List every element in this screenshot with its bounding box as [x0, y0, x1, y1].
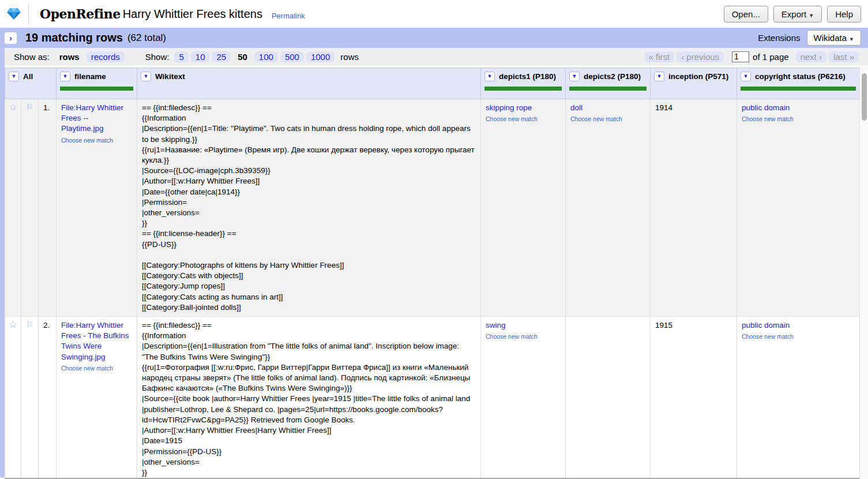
choose-new-match-link[interactable]: Choose new match [742, 333, 855, 340]
diamond-logo-icon [6, 7, 22, 21]
summary-bar: › 19 matching rows (62 total) Extensions… [0, 28, 868, 48]
copyright-status-value-link[interactable]: public domain [742, 103, 790, 112]
flag-cell: ⚐ [21, 317, 39, 479]
depicts2-value-link[interactable]: doll [570, 103, 583, 112]
column-header-copyright-status: ▼ copyright status (P6216) [737, 68, 860, 99]
reconciliation-progress-bar [741, 87, 856, 91]
page-number-input[interactable] [732, 51, 749, 62]
dropdown-arrow-icon: ▼ [63, 74, 68, 79]
all-column-menu-button[interactable]: ▼ [9, 72, 19, 81]
reconciliation-progress-bar [569, 87, 647, 91]
dropdown-arrow-icon: ▼ [487, 74, 493, 79]
flag-icon[interactable]: ⚐ [26, 320, 33, 330]
inception-cell: 1915 [651, 317, 737, 479]
filename-link[interactable]: File:Harry Whittier Frees -- Playtime.jp… [61, 103, 123, 133]
flag-icon[interactable]: ⚐ [26, 102, 33, 112]
help-button[interactable]: Help [827, 6, 861, 23]
wikidata-caret-icon: ▼ [849, 36, 854, 42]
next-page-button[interactable]: next › [796, 51, 827, 62]
row-index-cell: 1. [39, 99, 57, 317]
last-page-button[interactable]: last » [829, 51, 859, 62]
choose-new-match-link[interactable]: Choose new match [486, 115, 561, 123]
choose-new-match-link[interactable]: Choose new match [570, 115, 645, 123]
flag-cell: ⚐ [21, 99, 39, 317]
extensions-label: Extensions [758, 33, 800, 43]
permalink-link[interactable]: Permalink [272, 12, 305, 20]
star-icon[interactable]: ☆ [9, 319, 17, 330]
star-cell: ☆ [5, 317, 21, 479]
copyright-status-value-link[interactable]: public domain [742, 321, 790, 330]
choose-new-match-link[interactable]: Choose new match [742, 115, 855, 123]
reconciliation-progress-bar [60, 87, 133, 91]
open-button[interactable]: Open... [724, 6, 768, 23]
previous-page-button[interactable]: ‹ previous [677, 51, 724, 62]
depicts1-value-link[interactable]: skipping rope [486, 103, 532, 112]
wikitext-column-menu-button[interactable]: ▼ [141, 72, 151, 81]
collapse-chevron-icon: › [9, 33, 12, 43]
show-as-rows-toggle[interactable]: rows [55, 51, 84, 62]
show-as-label: Show as: [14, 52, 50, 62]
inception-column-menu-button[interactable]: ▼ [654, 72, 664, 81]
copyright-status-cell: public domain Choose new match [737, 99, 860, 317]
wikidata-extension-button[interactable]: Wikidata▼ [807, 30, 861, 46]
show-as-records-toggle[interactable]: records [87, 51, 125, 62]
rows-suffix-label: rows [340, 52, 359, 62]
dropdown-arrow-icon: ▼ [144, 74, 149, 79]
table-row: ☆ ⚐ 1. File:Harry Whittier Frees -- Play… [5, 99, 860, 317]
inception-cell: 1914 [651, 99, 737, 317]
depicts2-cell: doll Choose new match [566, 99, 651, 317]
filename-cell: File:Harry Whittier Frees - The Bufkins … [57, 317, 137, 479]
app-logo[interactable]: OpenRefine [6, 3, 121, 24]
wikitext-value: == {{int:filedesc}} == {{Information |De… [142, 103, 476, 313]
dropdown-arrow-icon: ▼ [572, 74, 577, 79]
depicts1-cell: skipping rope Choose new match [481, 99, 566, 317]
data-table: ▼ All ▼ filename ▼ [5, 68, 859, 479]
dropdown-arrow-icon: ▼ [743, 74, 749, 79]
wikitext-value: == {{int:filedesc}} == {{Information |De… [142, 320, 476, 478]
vertical-scrollbar[interactable] [859, 65, 868, 479]
project-title: Harry Whittier Frees kittens [123, 8, 262, 21]
page-size-500[interactable]: 500 [280, 51, 304, 62]
show-label: Show: [145, 52, 170, 62]
column-header-all: ▼ All [5, 68, 57, 99]
page-size-5[interactable]: 5 [174, 51, 188, 62]
dropdown-arrow-icon: ▼ [12, 74, 17, 79]
page-size-50[interactable]: 50 [233, 51, 252, 62]
depicts2-column-menu-button[interactable]: ▼ [569, 72, 580, 81]
top-bar: OpenRefine Harry Whittier Frees kittens … [0, 0, 868, 28]
page-size-10[interactable]: 10 [191, 51, 210, 62]
copyright-status-column-menu-button[interactable]: ▼ [741, 72, 751, 81]
depicts1-value-link[interactable]: swing [486, 321, 506, 330]
filename-column-menu-button[interactable]: ▼ [60, 72, 70, 81]
page-size-25[interactable]: 25 [212, 51, 231, 62]
column-header-depicts1: ▼ depicts1 (P180) [481, 68, 566, 99]
choose-new-match-link[interactable]: Choose new match [486, 333, 561, 340]
copyright-status-cell: public domain Choose new match [737, 317, 860, 479]
inception-value: 1914 [655, 103, 672, 112]
table-row: ☆ ⚐ 2. File:Harry Whittier Frees - The B… [5, 317, 860, 479]
row-index-cell: 2. [39, 317, 57, 479]
choose-new-match-link[interactable]: Choose new match [61, 365, 132, 372]
page-size-100[interactable]: 100 [254, 51, 278, 62]
filename-link[interactable]: File:Harry Whittier Frees - The Bufkins … [61, 321, 129, 361]
column-header-depicts2: ▼ depicts2 (P180) [566, 68, 651, 99]
star-cell: ☆ [5, 99, 21, 317]
depicts1-cell: swing Choose new match [481, 317, 566, 479]
column-header-wikitext: ▼ Wikitext [137, 68, 481, 99]
logo-divider [28, 3, 29, 24]
page-count-label: of 1 page [753, 52, 789, 62]
scrollbar-thumb[interactable] [862, 73, 867, 121]
first-page-button[interactable]: « first [644, 51, 675, 62]
page-size-1000[interactable]: 1000 [306, 51, 335, 62]
star-icon[interactable]: ☆ [9, 102, 17, 113]
app-name: OpenRefine [40, 6, 121, 21]
depicts2-cell [566, 317, 651, 479]
wikitext-cell: == {{int:filedesc}} == {{Information |De… [137, 99, 481, 317]
collapse-facets-button[interactable]: › [5, 32, 17, 44]
collapsed-facet-panel[interactable] [0, 48, 5, 478]
export-caret-icon: ▼ [809, 13, 814, 18]
depicts1-column-menu-button[interactable]: ▼ [484, 72, 495, 81]
export-button[interactable]: Export▼ [773, 6, 822, 23]
pagination: « first ‹ previous of 1 page next › last… [643, 51, 860, 62]
choose-new-match-link[interactable]: Choose new match [61, 137, 132, 144]
